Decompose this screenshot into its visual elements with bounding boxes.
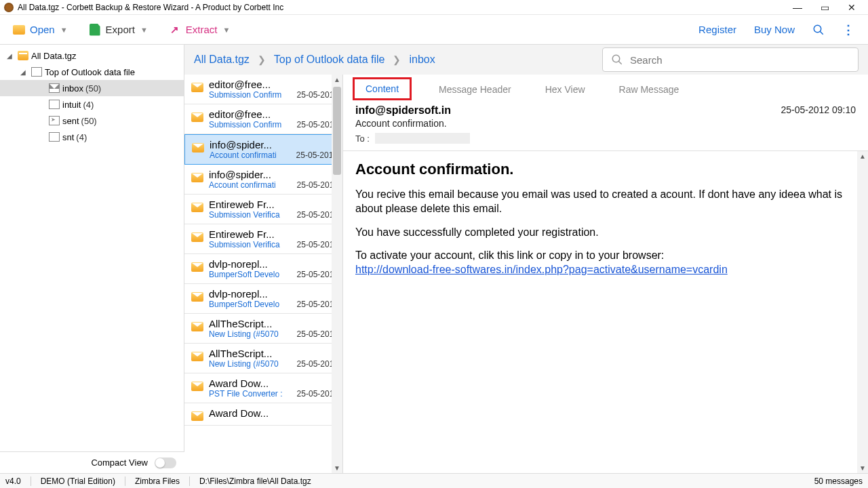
message-subject: BumperSoft Develo xyxy=(209,300,279,309)
envelope-icon xyxy=(191,113,203,122)
compact-view-toggle[interactable] xyxy=(155,458,176,468)
message-subject: Submission Verifica xyxy=(209,240,280,249)
message-item[interactable]: Entireweb Fr... Submission Verifica 25-0… xyxy=(184,195,342,224)
scroll-down-icon[interactable]: ▼ xyxy=(859,464,866,472)
close-button[interactable]: ✕ xyxy=(845,2,859,13)
tab-raw-message[interactable]: Raw Message xyxy=(612,80,686,100)
status-message-count: 50 messages xyxy=(814,476,863,486)
message-item[interactable]: dvlp-norepl... BumperSoft Develo 25-05-2… xyxy=(184,254,342,284)
envelope-icon xyxy=(191,232,203,242)
message-from: AllTheScript... xyxy=(209,318,338,329)
min-button[interactable]: — xyxy=(791,2,804,13)
scroll-thumb[interactable] xyxy=(333,87,341,175)
search-input[interactable] xyxy=(630,54,850,66)
tree-item-count: (50) xyxy=(85,83,101,94)
tree-snt[interactable]: snt (4) xyxy=(0,129,184,145)
message-item[interactable]: AllTheScript... New Listing (#5070 25-05… xyxy=(184,344,342,373)
message-subject: Submission Verifica xyxy=(209,210,280,220)
app-icon xyxy=(4,3,14,12)
tree-item-label: snt xyxy=(62,132,74,142)
tree-datafile[interactable]: ◢ Top of Outlook data file xyxy=(0,64,184,80)
scroll-up-icon[interactable]: ▲ xyxy=(859,152,866,160)
max-button[interactable]: ▭ xyxy=(818,2,831,13)
message-item[interactable]: Award Dow... xyxy=(184,403,342,426)
message-item[interactable]: Entireweb Fr... Submission Verifica 25-0… xyxy=(184,224,342,254)
message-from: editor@free... xyxy=(209,79,338,90)
search-icon xyxy=(611,54,623,66)
message-item[interactable]: dvlp-norepl... BumperSoft Develo 25-05-2… xyxy=(184,284,342,314)
message-from: AllTheScript... xyxy=(209,348,338,359)
message-from: Entireweb Fr... xyxy=(209,228,338,240)
scroll-down-icon[interactable]: ▼ xyxy=(334,464,340,472)
message-item[interactable]: editor@free... Submission Confirm 25-05-… xyxy=(184,75,342,104)
status-version: v4.0 xyxy=(5,476,21,486)
folder-icon xyxy=(49,100,60,109)
message-preview: Content Message Header Hex View Raw Mess… xyxy=(343,75,868,473)
svg-point-0 xyxy=(814,25,821,33)
activation-link[interactable]: http://download-free-softwares.in/index.… xyxy=(355,264,728,275)
window-title: All Data.tgz - Corbett Backup & Restore … xyxy=(18,3,791,12)
crumb-datafile[interactable]: Top of Outlook data file xyxy=(274,54,385,66)
message-subject: Account confirmati xyxy=(209,180,276,190)
folder-icon xyxy=(49,132,60,142)
message-subject: PST File Converter : xyxy=(209,389,282,399)
envelope-icon xyxy=(192,143,204,152)
status-edition: DEMO (Trial Edition) xyxy=(41,476,115,486)
svg-line-3 xyxy=(618,61,622,64)
crumb-root[interactable]: All Data.tgz xyxy=(194,54,250,66)
envelope-icon xyxy=(191,262,203,272)
folder-tree: ◢ All Data.tgz ◢ Top of Outlook data fil… xyxy=(0,45,184,473)
tree-item-label: sent xyxy=(62,116,79,126)
message-from: Entireweb Fr... xyxy=(209,199,338,210)
chevron-down-icon: ▼ xyxy=(223,26,231,34)
preview-from: info@spidersoft.in xyxy=(355,104,781,117)
tree-sent[interactable]: sent (50) xyxy=(0,113,184,129)
tree-root[interactable]: ◢ All Data.tgz xyxy=(0,47,184,64)
tab-content[interactable]: Content xyxy=(353,77,412,100)
envelope-icon xyxy=(191,292,203,302)
message-item[interactable]: editor@free... Submission Confirm 25-05-… xyxy=(184,104,342,134)
export-button[interactable]: Export ▼ xyxy=(83,20,153,39)
file-icon xyxy=(31,67,42,77)
tree-inbox[interactable]: inbox (50) xyxy=(0,80,184,96)
tab-message-header[interactable]: Message Header xyxy=(432,80,518,100)
message-item[interactable]: AllTheScript... New Listing (#5070 25-05… xyxy=(184,314,342,344)
register-link[interactable]: Register xyxy=(698,24,736,35)
export-icon xyxy=(88,23,102,37)
message-item[interactable]: Award Dow... PST File Converter : 25-05-… xyxy=(184,373,342,403)
tab-hex-view[interactable]: Hex View xyxy=(538,80,592,100)
titlebar: All Data.tgz - Corbett Backup & Restore … xyxy=(0,0,868,15)
extract-button[interactable]: Extract ▼ xyxy=(163,20,236,39)
status-bar: v4.0 DEMO (Trial Edition) Zimbra Files D… xyxy=(0,473,868,488)
compact-view-label: Compact View xyxy=(91,458,148,468)
extract-icon xyxy=(168,23,182,37)
body-title: Account confirmation. xyxy=(355,161,856,178)
tree-item-label: intuit xyxy=(62,100,81,110)
search-icon[interactable] xyxy=(812,24,825,36)
search-box[interactable] xyxy=(602,47,859,72)
svg-line-1 xyxy=(820,31,823,35)
chevron-right-icon: ❯ xyxy=(258,54,266,65)
body-paragraph: To activate your account, clik this link… xyxy=(355,249,856,277)
tree-intuit[interactable]: intuit (4) xyxy=(0,96,184,113)
crumb-inbox[interactable]: inbox xyxy=(409,54,435,66)
scrollbar[interactable]: ▲ ▼ xyxy=(857,151,868,473)
chevron-down-icon: ▼ xyxy=(60,26,68,34)
status-path: D:\Files\Zimbra file\All Data.tgz xyxy=(199,476,311,486)
compact-view-row: Compact View xyxy=(0,451,184,473)
buy-now-link[interactable]: Buy Now xyxy=(754,24,795,35)
preview-to-value xyxy=(375,133,470,144)
tree-item-label: inbox xyxy=(62,83,83,94)
tree-item-count: (4) xyxy=(83,100,94,110)
envelope-icon xyxy=(191,83,203,92)
scroll-up-icon[interactable]: ▲ xyxy=(334,76,340,83)
export-label: Export xyxy=(106,24,135,35)
chevron-down-icon: ▼ xyxy=(140,26,148,34)
preview-datetime: 25-05-2012 09:10 xyxy=(781,104,856,144)
message-item[interactable]: info@spider... Account confirmati 25-05-… xyxy=(184,134,342,165)
status-mode: Zimbra Files xyxy=(135,476,180,486)
scrollbar[interactable]: ▲ ▼ xyxy=(332,75,342,473)
open-button[interactable]: Open ▼ xyxy=(7,20,73,39)
kebab-menu-icon[interactable]: ⋮ xyxy=(842,22,854,37)
message-item[interactable]: info@spider... Account confirmati 25-05-… xyxy=(184,165,342,195)
